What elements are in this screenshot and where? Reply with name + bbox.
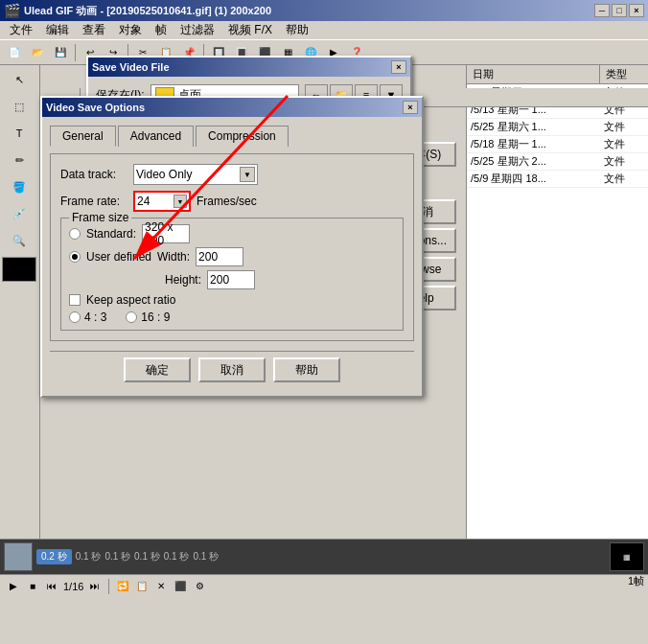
frame-rate-label: Frame rate: (60, 195, 127, 208)
save-dialog-title: Save Video File (92, 61, 170, 73)
delete-frame-button[interactable]: ✕ (153, 579, 169, 594)
options-body: General Advanced Compression Data track:… (42, 117, 422, 396)
file-row-3[interactable]: /5/25 星期六 1... 文件 (467, 119, 648, 136)
tab-compression[interactable]: Compression (196, 126, 289, 147)
col-info (533, 88, 648, 106)
menu-view[interactable]: 查看 (77, 20, 111, 40)
qr-code: ▦ (610, 542, 644, 571)
width-label: Width: (157, 250, 190, 264)
file-date-3: /5/25 星期六 1... (467, 120, 600, 134)
time-marker-3: 0.1 秒 (134, 550, 160, 564)
tools-panel: ↖ ⬚ T ✏ 🪣 💉 🔍 (0, 65, 40, 548)
time-marker-5: 0.1 秒 (193, 550, 219, 564)
col-type: 类型 (600, 65, 648, 83)
time-marker-4: 0.1 秒 (164, 550, 190, 564)
height-label: Height: (165, 273, 201, 287)
menu-edit[interactable]: 编辑 (40, 20, 75, 40)
tool-select[interactable]: ⬚ (2, 94, 36, 119)
options-close[interactable]: × (403, 101, 418, 114)
open-button[interactable]: 📂 (27, 42, 48, 63)
title-bar-controls: ─ □ × (594, 4, 644, 17)
frame-count: 1/16 (63, 581, 83, 592)
menu-video-fx[interactable]: 视频 F/X (222, 20, 278, 40)
options-buttons: 确定 取消 帮助 (50, 351, 414, 388)
frame-label: 1帧 (628, 574, 644, 588)
keep-aspect-checkbox[interactable] (69, 294, 81, 306)
timeline-strip: 0.2 秒 0.1 秒 0.1 秒 0.1 秒 0.1 秒 0.1 秒 ▦ (0, 540, 648, 574)
height-row: Height: 200 (165, 270, 395, 289)
standard-value-text: 320 x 200 (145, 220, 187, 247)
loop-button[interactable]: 🔁 (115, 579, 130, 594)
frame-rate-row: Frame rate: 24 ▼ Frames/sec (60, 191, 404, 212)
close-button[interactable]: × (629, 4, 644, 17)
frame-size-label: Frame size (69, 211, 131, 224)
menu-filter[interactable]: 过滤器 (174, 20, 220, 40)
copy-frames-button[interactable]: 📋 (134, 579, 150, 594)
user-defined-radio[interactable] (69, 251, 81, 263)
new-button[interactable]: 📄 (4, 42, 25, 63)
minimize-button[interactable]: ─ (594, 4, 610, 17)
tool-pointer[interactable]: ↖ (2, 67, 36, 92)
frame-rate-value: 24 (137, 195, 150, 208)
maximize-button[interactable]: □ (612, 4, 627, 17)
menu-frame[interactable]: 帧 (150, 20, 173, 40)
tab-general[interactable]: General (50, 126, 116, 147)
menu-help[interactable]: 帮助 (280, 20, 314, 40)
tool-eyedropper[interactable]: 💉 (2, 201, 36, 226)
standard-radio[interactable] (69, 228, 81, 240)
file-type-3: 文件 (600, 120, 648, 134)
data-track-arrow[interactable]: ▼ (240, 167, 255, 182)
menu-file[interactable]: 文件 (4, 20, 38, 40)
keep-aspect-row: Keep aspect ratio (69, 293, 395, 307)
height-value: 200 (210, 273, 229, 287)
insert-button[interactable]: ⬛ (173, 579, 188, 594)
file-row-5[interactable]: /5/25 星期六 2... 文件 (467, 153, 648, 171)
file-type-5: 文件 (600, 154, 648, 169)
color-black[interactable] (2, 257, 36, 282)
prev-frame-button[interactable]: ⏮ (44, 579, 59, 594)
ratio-169-group: 16 : 9 (126, 310, 170, 324)
tool-paint[interactable]: ✏ (2, 148, 36, 172)
app-window: 🎬 Ulead GIF 动画 - [20190525010641.gif] (1… (0, 0, 648, 644)
data-track-value: Video Only (136, 168, 192, 181)
tool-fill[interactable]: 🪣 (2, 174, 36, 199)
data-track-combo[interactable]: Video Only ▼ (133, 164, 258, 185)
save-dialog-title-bar: Save Video File × (88, 58, 410, 77)
save-dialog-close[interactable]: × (391, 60, 406, 74)
ratio-169-label: 16 : 9 (141, 310, 170, 324)
ratio-43-radio[interactable] (69, 311, 81, 323)
standard-value[interactable]: 320 x 200 (142, 224, 190, 243)
stop-button[interactable]: ■ (25, 579, 40, 594)
settings-button[interactable]: ⚙ (192, 579, 207, 594)
next-frame-button[interactable]: ⏭ (87, 579, 103, 594)
cancel-button[interactable]: 取消 (198, 357, 266, 382)
title-bar: 🎬 Ulead GIF 动画 - [20190525010641.gif] (1… (0, 0, 648, 21)
frame-size-group: Frame size Standard: 320 x 200 User defi… (60, 218, 404, 331)
ratio-43-group: 4 : 3 (69, 310, 106, 324)
options-title-bar: Video Save Options × (42, 98, 422, 117)
width-value: 200 (198, 250, 218, 264)
data-track-row: Data track: Video Only ▼ (60, 164, 404, 185)
file-row-6[interactable]: /5/9 星期四 18... 文件 (467, 171, 648, 188)
tab-advanced[interactable]: Advanced (118, 126, 194, 147)
frame-rate-combo[interactable]: 24 ▼ (133, 191, 191, 212)
file-list-panel: 日期 类型 /5/9 星期四 18... 文件 /5/13 星期一 1... 文… (466, 65, 648, 548)
file-date-5: /5/25 星期六 2... (467, 154, 600, 169)
menu-bar: 文件 编辑 查看 对象 帧 过滤器 视频 F/X 帮助 (0, 21, 648, 40)
save-toolbar-button[interactable]: 💾 (50, 42, 71, 63)
options-dialog: Video Save Options × General Advanced Co… (40, 96, 424, 398)
tool-text[interactable]: T (2, 121, 36, 146)
col-date: 日期 (467, 65, 600, 83)
tool-zoom[interactable]: 🔍 (2, 228, 36, 253)
play-button[interactable]: ▶ (6, 579, 21, 594)
file-row-4[interactable]: /5/18 星期一 1... 文件 (467, 136, 648, 153)
height-input[interactable]: 200 (207, 270, 255, 289)
ratio-169-radio[interactable] (126, 311, 137, 323)
help-button[interactable]: 帮助 (273, 357, 340, 382)
ok-button[interactable]: 确定 (124, 357, 191, 382)
menu-object[interactable]: 对象 (113, 20, 148, 40)
standard-label: Standard: (86, 227, 136, 241)
frame-rate-arrow[interactable]: ▼ (174, 195, 187, 208)
width-input[interactable]: 200 (196, 247, 243, 266)
tab-bar: General Advanced Compression (50, 125, 414, 146)
